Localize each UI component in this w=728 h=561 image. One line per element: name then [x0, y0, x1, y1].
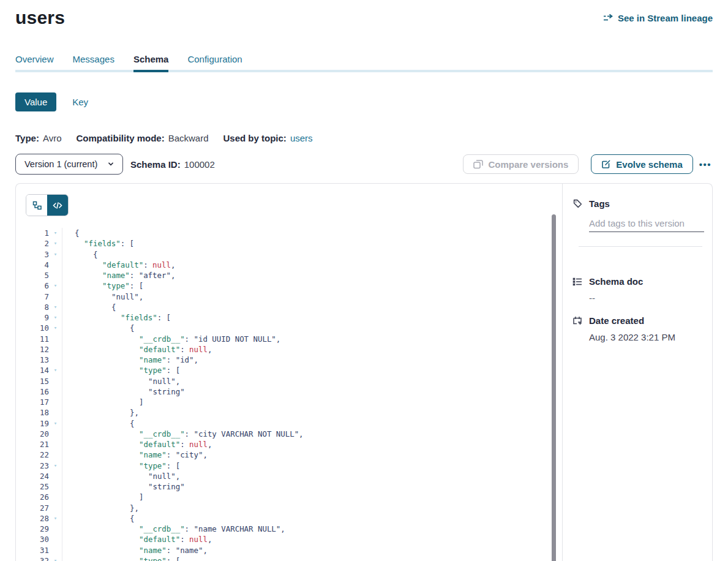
code-text: "default": null, [62, 344, 212, 355]
date-created-title: Date created [589, 315, 644, 326]
line-number: 32 [26, 555, 49, 561]
list-icon [572, 277, 583, 287]
fold-gutter [49, 429, 62, 439]
line-number: 21 [26, 439, 49, 450]
version-sidebar: Tags Schema [562, 184, 712, 561]
line-number: 12 [26, 344, 49, 355]
line-number: 15 [26, 376, 49, 386]
more-actions-button[interactable]: ••• [698, 157, 713, 172]
code-text: "string" [62, 481, 185, 492]
line-number: 1 [26, 228, 49, 238]
code-line: 13"name": "id", [26, 355, 562, 365]
evolve-schema-label: Evolve schema [616, 159, 682, 170]
fold-toggle-icon[interactable]: ▾ [49, 513, 62, 524]
calendar-plus-icon [572, 315, 583, 326]
code-line: 20"__crdb__": "city VARCHAR NOT NULL", [26, 429, 562, 439]
code-line: 24"null", [26, 471, 562, 481]
tab-messages[interactable]: Messages [73, 54, 114, 70]
code-line: 25"string" [26, 481, 562, 492]
stream-lineage-label: See in Stream lineage [618, 13, 713, 23]
fold-gutter [49, 334, 62, 344]
code-line: 12"default": null, [26, 344, 562, 355]
code-line: 7"null", [26, 292, 562, 302]
schema-id-value: 100002 [184, 159, 215, 170]
evolve-schema-button[interactable]: Evolve schema [591, 154, 692, 174]
code-text: }, [62, 407, 139, 418]
line-number: 14 [26, 365, 49, 375]
code-text: "type": [ [62, 461, 180, 471]
tree-view-button[interactable] [26, 195, 47, 216]
tab-configuration[interactable]: Configuration [187, 54, 242, 70]
fold-gutter [49, 260, 62, 270]
fold-toggle-icon[interactable]: ▾ [49, 418, 62, 429]
fold-gutter [49, 355, 62, 365]
fold-gutter [49, 492, 62, 502]
fold-toggle-icon[interactable]: ▾ [49, 280, 62, 291]
tab-bar: OverviewMessagesSchemaConfiguration [15, 54, 713, 72]
code-line: 29"__crdb__": "name VARCHAR NULL", [26, 524, 562, 534]
tags-title-row: Tags [572, 198, 702, 209]
fold-toggle-icon[interactable]: ▾ [49, 249, 62, 260]
compare-versions-icon [473, 160, 483, 169]
code-line: 5"name": "after", [26, 270, 562, 280]
fold-gutter [49, 545, 62, 555]
fold-gutter [49, 292, 62, 302]
fold-toggle-icon[interactable]: ▾ [49, 461, 62, 471]
value-toggle-button[interactable]: Value [15, 92, 56, 111]
line-number: 8 [26, 302, 49, 312]
schema-doc-section: Schema doc -- [572, 276, 702, 303]
editor-scrollbar-thumb[interactable] [552, 214, 556, 561]
fold-toggle-icon[interactable]: ▾ [49, 365, 62, 375]
code-text: "name": "id", [62, 355, 198, 365]
code-text: { [62, 323, 134, 333]
line-number: 6 [26, 280, 49, 291]
line-number: 10 [26, 323, 49, 333]
type-value: Avro [43, 133, 62, 143]
tag-icon [572, 198, 583, 209]
fold-gutter [49, 450, 62, 460]
code-editor[interactable]: 1▾{2▾"fields": [3▾{4"default": null,5"na… [26, 228, 562, 561]
version-select[interactable]: Version 1 (current) [15, 154, 123, 175]
code-line: 14▾"type": [ [26, 365, 562, 375]
code-view-icon [53, 201, 62, 210]
compare-versions-button[interactable]: Compare versions [463, 154, 579, 174]
code-line: 18}, [26, 407, 562, 418]
fold-toggle-icon[interactable]: ▾ [49, 238, 62, 249]
evolve-schema-icon [601, 159, 611, 169]
schema-editor: 1▾{2▾"fields": [3▾{4"default": null,5"na… [16, 184, 562, 561]
code-text: ] [62, 397, 143, 407]
tab-overview[interactable]: Overview [15, 54, 54, 70]
topic-link[interactable]: users [290, 133, 313, 143]
code-text: "fields": [ [62, 312, 171, 323]
meta-topic: Used by topic: users [223, 133, 313, 143]
fold-toggle-icon[interactable]: ▾ [49, 323, 62, 333]
line-number: 22 [26, 450, 49, 460]
tags-input[interactable] [589, 218, 704, 232]
fold-gutter [49, 481, 62, 492]
code-line: 6▾"type": [ [26, 280, 562, 291]
version-select-value: Version 1 (current) [24, 159, 97, 169]
code-line: 11"__crdb__": "id UUID NOT NULL", [26, 334, 562, 344]
key-toggle-button[interactable]: Key [72, 97, 88, 107]
line-number: 3 [26, 249, 49, 260]
sidebar-divider [579, 246, 702, 247]
code-line: 32▾"type": [ [26, 555, 562, 561]
fold-gutter [49, 407, 62, 418]
code-view-button[interactable] [47, 195, 68, 216]
fold-toggle-icon[interactable]: ▾ [49, 228, 62, 238]
line-number: 4 [26, 260, 49, 270]
code-text: }, [62, 503, 139, 513]
code-line: 27}, [26, 503, 562, 513]
fold-toggle-icon[interactable]: ▾ [49, 302, 62, 312]
line-number: 24 [26, 471, 49, 481]
tab-schema[interactable]: Schema [133, 54, 169, 72]
fold-gutter [49, 439, 62, 450]
line-number: 19 [26, 418, 49, 429]
fold-gutter [49, 524, 62, 534]
stream-lineage-link[interactable]: See in Stream lineage [603, 13, 713, 23]
line-number: 13 [26, 355, 49, 365]
schema-id: Schema ID: 100002 [130, 159, 215, 170]
fold-toggle-icon[interactable]: ▾ [49, 312, 62, 323]
line-number: 16 [26, 386, 49, 397]
fold-toggle-icon[interactable]: ▾ [49, 555, 62, 561]
